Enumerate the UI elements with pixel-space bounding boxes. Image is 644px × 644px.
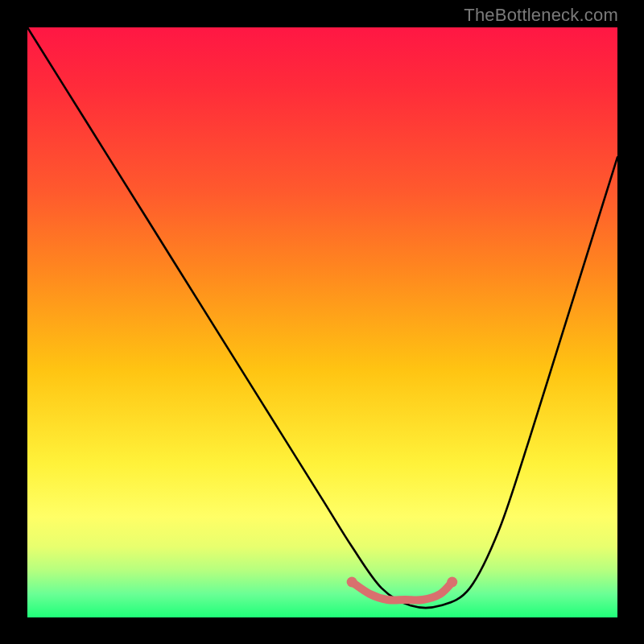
- bottleneck-curve: [27, 27, 617, 608]
- chart-overlay: [27, 27, 617, 617]
- plot-area: [27, 27, 617, 617]
- watermark: TheBottleneck.com: [464, 5, 618, 26]
- optimal-range-stroke: [352, 582, 452, 601]
- optimal-range: [347, 577, 458, 601]
- chart-frame: TheBottleneck.com: [0, 0, 644, 644]
- optimal-range-endpoint: [447, 577, 457, 588]
- optimal-range-endpoint: [347, 577, 357, 588]
